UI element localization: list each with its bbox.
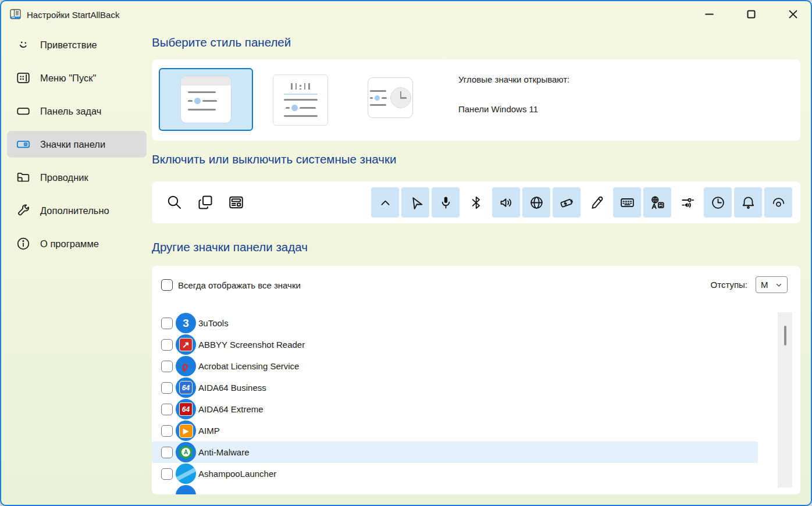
app-logo-icon [9,8,22,21]
app-checkbox[interactable] [161,425,173,437]
app-name: Acrobat Licensing Service [198,361,299,371]
bell-icon [740,195,756,211]
acrobat-licensing-app-icon [176,356,196,376]
toggle-network-globe[interactable] [522,187,550,218]
task-view-icon[interactable] [197,194,214,211]
app-checkbox[interactable] [161,447,173,458]
always-show-row: Всегда отображать все значки [161,279,301,291]
anti-malware-app-icon: A [176,442,196,462]
sidebar: ПриветствиеМеню "Пуск"Панель задачЗначки… [7,31,147,263]
bluetooth-icon [468,195,484,211]
toggle-bell[interactable] [734,187,762,218]
language-icon [650,195,665,211]
search-icon[interactable] [166,194,183,211]
spacing-value: M [761,280,768,290]
app-checkbox[interactable] [161,382,173,394]
sidebar-item-start-menu[interactable]: Меню "Пуск" [7,65,147,91]
app-name: AIDA64 Business [198,383,266,393]
pen-icon [589,195,605,211]
style-card-win10-tray[interactable] [273,74,328,126]
app-row-aida64-business[interactable]: 64AIDA64 Business [152,377,758,398]
sidebar-item-explorer[interactable]: Проводник [7,164,147,191]
system-icons-panel [152,181,800,223]
network-globe-icon [529,195,544,211]
spacing-select[interactable]: M [756,276,788,293]
style-panel: Угловые значки открывают: Панели Windows… [152,59,800,141]
sidebar-item-taskbar[interactable]: Панель задач [7,98,147,124]
app-list: 33uTools↗ABBYY Screenshot ReaderAcrobat … [152,312,758,494]
app-row-partial-next-app[interactable] [152,484,758,494]
app-row-anti-malware[interactable]: AAnti-Malware [152,441,758,463]
corner-icons-label: Угловые значки открывают: [458,74,569,84]
system-icons-heading: Включить или выключить системные значки [152,152,396,166]
always-show-label: Всегда отображать все значки [178,280,301,290]
app-checkbox[interactable] [161,468,173,480]
app-checkbox[interactable] [161,318,173,329]
smiley-icon [16,37,31,52]
sidebar-item-advanced[interactable]: Дополнительно [7,197,147,224]
app-name: AIDA64 Extreme [198,404,263,414]
scrollbar-thumb[interactable] [784,326,786,345]
volume-icon [498,195,514,211]
toggle-pen[interactable] [583,187,611,218]
toggle-battery[interactable] [553,187,580,218]
app-checkbox[interactable] [161,404,173,415]
microphone-icon [438,195,454,211]
wrench-icon [16,203,31,218]
sidebar-item-welcome[interactable]: Приветствие [7,31,147,58]
abbyy-screenshot-reader-app-icon: ↗ [176,334,196,355]
toggle-clock[interactable] [704,187,732,218]
app-row-abbyy-screenshot-reader[interactable]: ↗ABBYY Screenshot Reader [152,334,758,355]
toggle-volume-mixer[interactable] [674,187,701,218]
start-menu-icon [16,70,31,85]
app-checkbox[interactable] [161,339,173,351]
toggle-volume[interactable] [492,187,520,218]
system-icons-toggle-group [371,187,792,218]
toggle-location[interactable] [401,187,429,218]
toggle-language[interactable] [643,187,671,218]
ashampoo-launcher-app-icon [176,464,196,484]
toggle-presence-eye[interactable] [764,187,792,218]
taskbar-icon [16,104,31,119]
3utools-app-icon: 3 [176,313,196,333]
app-row-3utools[interactable]: 33uTools [152,312,758,334]
style-card-clock-flyout[interactable] [368,77,413,118]
app-row-aimp[interactable]: ▶AIMP [152,420,758,441]
system-icons-left-group [166,181,245,223]
app-row-ashampoo-launcher[interactable]: AshampooLauncher [152,463,758,484]
chevron-down-icon [775,281,782,288]
sidebar-item-label: Значки панели [40,139,105,150]
widgets-icon[interactable] [227,194,245,211]
sidebar-item-label: Приветствие [40,40,97,51]
app-checkbox[interactable] [161,361,173,372]
folder-icon [16,170,31,185]
app-name: 3uTools [198,318,229,328]
info-icon [16,236,31,251]
aimp-app-icon: ▶ [176,421,196,441]
sidebar-item-label: Панель задач [40,106,101,117]
presence-eye-icon [771,195,786,211]
aida64-extreme-app-icon: 64 [176,399,196,419]
sidebar-item-label: Меню "Пуск" [40,73,96,84]
always-show-checkbox[interactable] [161,279,173,291]
tray-icons-icon [16,137,31,152]
chevron-up-icon [377,195,393,211]
toggle-keyboard[interactable] [613,187,641,218]
scrollbar[interactable] [778,312,792,487]
style-card-win11-panels[interactable] [159,68,253,131]
spacing-row: Отступы: M [711,276,788,293]
window-title: Настройки StartAllBack [27,10,119,20]
aida64-business-app-icon: 64 [176,377,196,398]
sidebar-item-tray-icons[interactable]: Значки панели [7,131,147,158]
toggle-microphone[interactable] [432,187,460,218]
sidebar-item-about[interactable]: О программе [7,230,147,257]
toggle-chevron-up[interactable] [371,187,399,218]
toggle-bluetooth[interactable] [462,187,490,218]
partial-next-app-app-icon [176,485,196,494]
app-row-acrobat-licensing[interactable]: Acrobat Licensing Service [152,355,758,377]
app-row-aida64-extreme[interactable]: 64AIDA64 Extreme [152,398,758,420]
corner-icons-info: Угловые значки открывают: Панели Windows… [458,74,569,114]
app-name: AshampooLauncher [198,469,276,479]
volume-mixer-icon [680,195,696,211]
location-icon [408,195,423,211]
